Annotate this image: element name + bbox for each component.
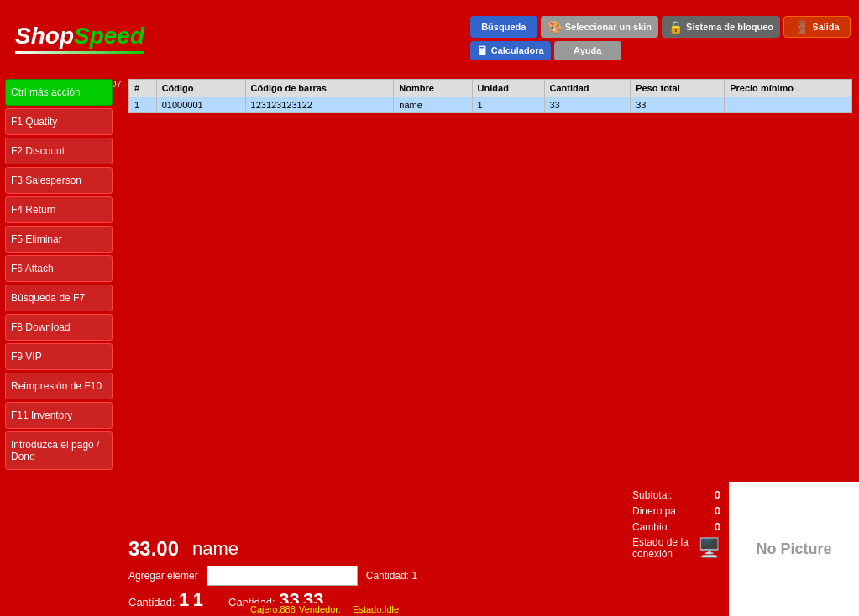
subtotal-value: 0 <box>695 488 720 501</box>
header: ShopSpeed Búsqueda 🎨 Seleccionar un skin… <box>0 0 859 76</box>
sidebar-btn-3[interactable]: F3 Salesperson <box>5 167 113 194</box>
sidebar-btn-12[interactable]: Introduzca el pago / Done <box>5 431 113 470</box>
col-precio-min: Precio mínimo <box>725 80 852 97</box>
table-cell-0-1: 01000001 <box>156 97 245 113</box>
connection-row: Estado de la conexión 🖥️ <box>632 536 720 560</box>
total-amount: 33.00 <box>128 537 179 561</box>
seleccionar-skin-button[interactable]: 🎨 Seleccionar un skin <box>541 16 658 38</box>
table-cell-0-7 <box>725 97 852 113</box>
sidebar-btn-2[interactable]: F2 Discount <box>5 138 113 164</box>
cantidad1-label: Cantidad: <box>128 596 175 608</box>
table-cell-0-0: 1 <box>129 97 157 113</box>
table-cell-0-4: 1 <box>472 97 544 113</box>
subtotal-row: Subtotal: 0 <box>632 488 720 501</box>
table-row[interactable]: 101000001123123123122name13333 <box>129 97 852 113</box>
sidebar-btn-0[interactable]: Ctrl más acción <box>5 79 113 106</box>
calculadora-button[interactable]: 🖩 Calculadora <box>470 41 551 60</box>
col-barras: Código de barras <box>245 80 394 97</box>
header-row-2: 🖩 Calculadora Ayuda <box>470 41 851 60</box>
estado-conexion-label: Estado de la conexión <box>632 536 693 560</box>
summary-box: Subtotal: 0 Dinero pa 0 Cambio: 0 Estado… <box>624 482 729 616</box>
sidebar-btn-5[interactable]: F5 Eliminar <box>5 226 113 253</box>
salida-button[interactable]: 🚪 Salida <box>783 16 851 38</box>
skin-icon: 🎨 <box>547 20 562 34</box>
col-unidad: Unidad <box>472 80 544 97</box>
sidebar-btn-4[interactable]: F4 Return <box>5 196 113 223</box>
no-picture-text: No Picture <box>756 540 831 558</box>
lock-icon: 🔒 <box>668 20 683 34</box>
logo-underline <box>15 51 144 54</box>
col-nombre: Nombre <box>394 80 472 97</box>
agregar-label: Agregar elemer <box>128 570 198 582</box>
header-row-1: Búsqueda 🎨 Seleccionar un skin 🔒 Sistema… <box>470 16 851 38</box>
cambio-value: 0 <box>695 520 720 533</box>
table-cell-0-2: 123123123122 <box>245 97 394 113</box>
sidebar-btn-10[interactable]: Reimpresión de F10 <box>5 373 113 399</box>
sistema-bloqueo-button[interactable]: 🔒 Sistema de bloqueo <box>662 16 780 38</box>
picture-box: No Picture <box>729 482 859 616</box>
agregar-input[interactable] <box>207 566 358 586</box>
col-codigo: Código <box>156 80 245 97</box>
cantidad1-val: 1 <box>193 589 203 610</box>
sidebar-btn-9[interactable]: F9 VIP <box>5 343 113 370</box>
dinero-row: Dinero pa 0 <box>632 504 720 517</box>
data-table: # Código Código de barras Nombre Unidad … <box>128 79 852 113</box>
col-num: # <box>129 80 157 97</box>
col-cantidad: Cantidad <box>544 80 631 97</box>
estado-status: Estado:Idle <box>353 604 399 614</box>
total-name: name <box>192 538 238 560</box>
busqueda-button[interactable]: Búsqueda <box>470 16 537 38</box>
subtotal-label: Subtotal: <box>632 489 672 501</box>
dinero-label: Dinero pa <box>632 505 676 517</box>
sidebar-btn-11[interactable]: F11 Inventory <box>5 402 113 429</box>
table-cell-0-5: 33 <box>544 97 631 113</box>
right-panel: Subtotal: 0 Dinero pa 0 Cambio: 0 Estado… <box>624 482 859 616</box>
logo: ShopSpeed <box>8 19 151 57</box>
header-buttons: Búsqueda 🎨 Seleccionar un skin 🔒 Sistema… <box>470 16 851 60</box>
connection-icon: 🖥️ <box>698 537 720 559</box>
logo-shop: Shop <box>15 23 74 49</box>
dinero-value: 0 <box>695 504 720 517</box>
ayuda-button[interactable]: Ayuda <box>554 41 621 60</box>
sidebar: Ctrl más acciónF1 QuatityF2 DiscountF3 S… <box>0 76 118 616</box>
cajero-status: Cajero:888 <box>250 604 296 614</box>
cambio-label: Cambio: <box>632 521 670 533</box>
count-item-1: Cantidad: 1 1 <box>128 589 203 611</box>
sidebar-btn-8[interactable]: F8 Download <box>5 314 113 341</box>
sidebar-btn-6[interactable]: F6 Attach <box>5 255 113 282</box>
calc-icon: 🖩 <box>477 44 488 57</box>
table-header-row: # Código Código de barras Nombre Unidad … <box>129 80 852 97</box>
logo-speed: Speed <box>74 23 144 49</box>
table-cell-0-6: 33 <box>631 97 725 113</box>
sidebar-btn-1[interactable]: F1 Quatity <box>5 108 113 135</box>
sidebar-btn-7[interactable]: Búsqueda de F7 <box>5 285 113 311</box>
cambio-row: Cambio: 0 <box>632 520 720 533</box>
cantidad-label: Cantidad: 1 <box>366 570 417 582</box>
vendedor-status: Vendedor: <box>299 604 341 614</box>
table-area: # Código Código de barras Nombre Unidad … <box>122 76 859 532</box>
exit-icon: 🚪 <box>794 20 809 34</box>
cantidad1-value: 1 <box>179 589 189 610</box>
col-peso: Peso total <box>631 80 725 97</box>
status-bar: Cajero:888 Vendedor: Estado:Idle <box>244 603 624 616</box>
table-cell-0-3: name <box>394 97 472 113</box>
